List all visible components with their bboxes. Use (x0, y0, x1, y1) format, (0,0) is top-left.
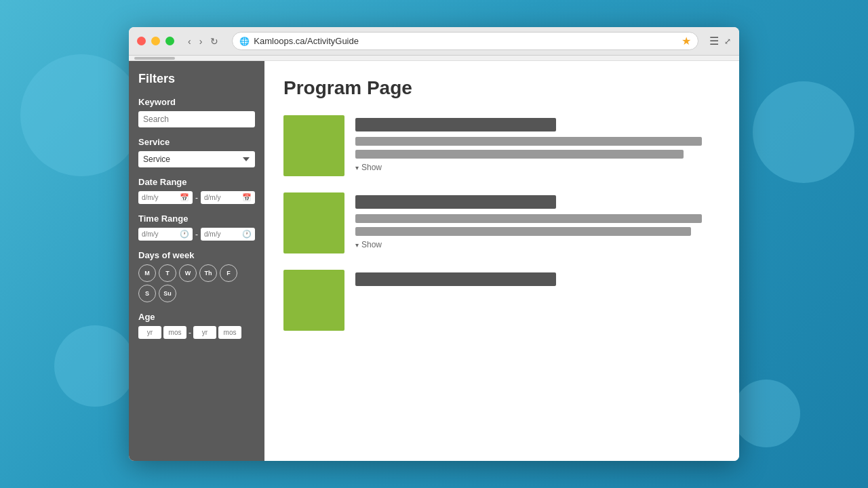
card-title (355, 272, 556, 286)
days-label: Days of week (138, 250, 255, 260)
date-range-dash: - (195, 193, 198, 203)
time-start-wrap: 🕐 (138, 228, 193, 241)
bookmark-icon[interactable]: ★ (682, 35, 691, 47)
show-button-2[interactable]: ▾ Show (355, 240, 382, 249)
age-end-yr[interactable] (193, 326, 216, 339)
day-monday[interactable]: M (138, 264, 156, 282)
show-label: Show (361, 163, 382, 172)
clock-end-icon: 🕐 (242, 230, 252, 239)
title-bar: ‹ › ↻ 🌐 Kamloops.ca/ActivityGuide ★ ☰ ⤢ (129, 27, 739, 56)
calendar-start-icon: 📅 (180, 193, 189, 202)
content-area: Filters Keyword 🔍 Service Service Recrea… (129, 61, 739, 461)
close-button[interactable] (137, 37, 146, 45)
search-input-wrap: 🔍 (138, 111, 255, 127)
calendar-end-icon: 📅 (242, 193, 252, 202)
date-end-wrap: 📅 (201, 191, 255, 204)
address-bar[interactable]: 🌐 Kamloops.ca/ActivityGuide ★ (232, 32, 698, 50)
time-start-input[interactable] (142, 230, 178, 238)
maximize-button[interactable] (165, 37, 174, 45)
card-image (283, 270, 344, 331)
card-details: ▾ Show (355, 192, 720, 249)
card-title (355, 118, 556, 131)
time-range-label: Time Range (138, 214, 255, 224)
show-label: Show (361, 240, 382, 249)
card-details (355, 270, 720, 291)
scroll-bar[interactable] (129, 56, 739, 61)
time-end-wrap: 🕐 (201, 228, 255, 241)
time-range-filter: Time Range 🕐 - 🕐 (138, 214, 255, 241)
date-range-label: Date Range (138, 177, 255, 187)
card-line-2 (355, 150, 684, 159)
forward-button[interactable]: › (197, 35, 205, 48)
card-title (355, 195, 556, 209)
card-image (283, 192, 344, 253)
main-content: Program Page ▾ Show (264, 61, 739, 461)
expand-icon[interactable]: ⤢ (724, 37, 731, 46)
program-card (283, 270, 720, 331)
card-line-2 (355, 227, 691, 236)
back-button[interactable]: ‹ (185, 35, 194, 48)
scroll-thumb (134, 57, 175, 60)
clock-start-icon: 🕐 (180, 230, 189, 239)
day-tuesday[interactable]: T (159, 264, 176, 282)
day-thursday[interactable]: Th (199, 264, 217, 282)
search-button[interactable]: 🔍 (250, 111, 255, 127)
age-dash: - (189, 328, 191, 338)
chevron-down-icon: ▾ (355, 164, 359, 171)
service-dropdown[interactable]: Service Recreation Culture Health (138, 151, 255, 167)
globe-icon: 🌐 (239, 37, 250, 46)
service-label: Service (138, 137, 255, 147)
program-card: ▾ Show (283, 115, 720, 176)
card-line-1 (355, 214, 702, 223)
age-row: - (138, 326, 255, 339)
minimize-button[interactable] (151, 37, 160, 45)
menu-icon[interactable]: ☰ (709, 35, 719, 47)
card-image (283, 115, 344, 176)
program-card: ▾ Show (283, 192, 720, 253)
browser-window: ‹ › ↻ 🌐 Kamloops.ca/ActivityGuide ★ ☰ ⤢ … (129, 27, 739, 461)
age-start-mos[interactable] (163, 326, 186, 339)
age-end-mos[interactable] (218, 326, 241, 339)
time-range-row: 🕐 - 🕐 (138, 228, 255, 241)
date-range-row: 📅 - 📅 (138, 191, 255, 204)
sidebar: Filters Keyword 🔍 Service Service Recrea… (129, 61, 264, 461)
time-range-dash: - (195, 230, 198, 239)
filters-title: Filters (138, 72, 255, 86)
url-text: Kamloops.ca/ActivityGuide (254, 36, 677, 46)
date-start-input[interactable] (142, 194, 178, 201)
age-filter: Age - (138, 312, 255, 339)
age-start-yr[interactable] (138, 326, 161, 339)
day-wednesday[interactable]: W (179, 264, 197, 282)
nav-buttons: ‹ › ↻ (185, 35, 221, 48)
day-sunday[interactable]: Su (159, 285, 176, 302)
show-button-1[interactable]: ▾ Show (355, 163, 382, 172)
service-filter: Service Service Recreation Culture Healt… (138, 137, 255, 167)
date-end-input[interactable] (204, 194, 240, 201)
card-details: ▾ Show (355, 115, 720, 172)
card-line-1 (355, 137, 702, 146)
page-title: Program Page (283, 77, 720, 99)
day-friday[interactable]: F (220, 264, 237, 282)
refresh-button[interactable]: ↻ (208, 35, 221, 48)
keyword-filter: Keyword 🔍 (138, 97, 255, 127)
day-saturday[interactable]: S (138, 285, 156, 302)
keyword-label: Keyword (138, 97, 255, 107)
age-label: Age (138, 312, 255, 322)
days-of-week-filter: Days of week M T W Th F S Su (138, 250, 255, 302)
days-of-week-row: M T W Th F S Su (138, 264, 255, 302)
date-range-filter: Date Range 📅 - 📅 (138, 177, 255, 204)
time-end-input[interactable] (204, 230, 240, 238)
chevron-down-icon: ▾ (355, 241, 359, 249)
date-start-wrap: 📅 (138, 191, 193, 204)
search-input[interactable] (138, 111, 250, 127)
